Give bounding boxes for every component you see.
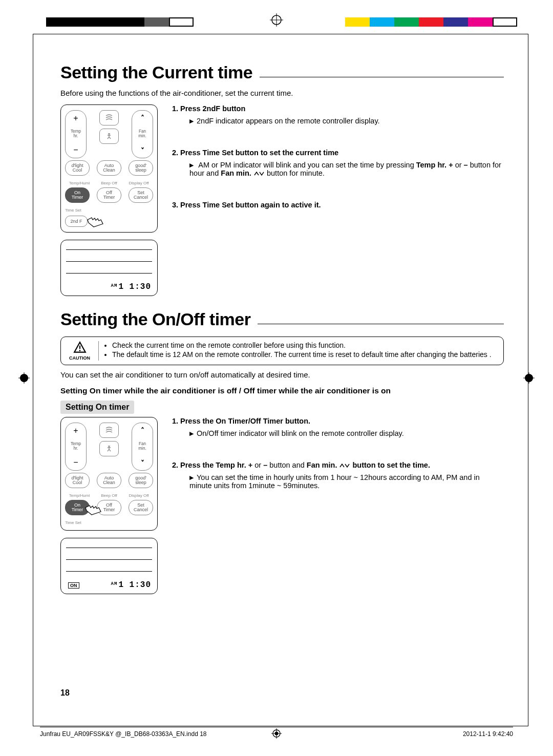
section2-steps: Press the On Timer/Off Timer button. On/… <box>169 417 504 490</box>
auto-clean-button: Auto Clean <box>97 160 121 176</box>
s2-step1-bullet: On/Off timer indicator will blink on the… <box>180 429 504 437</box>
display-clock-1: AM1 1:30 <box>111 282 151 291</box>
page-number: 18 <box>60 688 70 698</box>
2ndf-button: 2nd F <box>65 216 88 227</box>
heading-setting-on-off-timer: Setting the On/Off timer <box>60 309 250 329</box>
up-icon: ˄ <box>141 114 144 122</box>
registration-mark-bottom <box>271 728 282 739</box>
footer-file: Junfrau EU_AR09FSSK&Y @_IB_DB68-03363A_E… <box>40 730 207 738</box>
temp-hr-button-2: + Temp hr. − <box>65 423 87 471</box>
minus-icon: − <box>73 458 78 467</box>
up-down-arrows-icon-2 <box>339 461 350 469</box>
caution-box: CAUTION Check the current time on the re… <box>60 337 504 365</box>
s2-step2-bullet: You can set the time in hourly units fro… <box>180 473 504 490</box>
display-clock-2: AM1 1:30 <box>111 580 151 590</box>
off-timer-button-2: Off Timer <box>97 500 121 515</box>
step1-bullet: 2ndF indicator appears on the remote con… <box>180 117 504 125</box>
mode-button-2 <box>99 441 119 456</box>
section1-steps: Press 2ndF button 2ndF indicator appears… <box>169 104 504 209</box>
section1-intro: Before using the functions of the air-co… <box>60 89 504 97</box>
on-timer-button-2: On Timer <box>65 500 90 515</box>
remote-display-2: ON AM1 1:30 <box>60 538 158 594</box>
fan-min-button-2: ˄ Fan min. ˅ <box>132 423 153 471</box>
down-icon: ˅ <box>141 146 144 155</box>
print-colorbar-right <box>345 17 517 27</box>
remote-illustration-1: + Temp hr. − ˄ Fan min. <box>60 104 158 233</box>
on-indicator: ON <box>68 582 79 589</box>
page-content: Setting the Current time Before using th… <box>60 62 504 695</box>
heading-rule-2 <box>258 324 504 324</box>
fan-min-label: Fan min. <box>138 130 146 138</box>
person-icon <box>105 445 113 453</box>
person-icon <box>105 132 113 140</box>
up-icon: ˄ <box>141 426 144 434</box>
set-cancel-button-2: Set Cancel <box>129 500 153 515</box>
heading-setting-current-time: Setting the Current time <box>60 62 252 82</box>
section2-sub-heading: Setting On timer while the air condition… <box>60 386 504 395</box>
plus-icon: + <box>73 426 78 435</box>
off-timer-button: Off Timer <box>97 187 121 203</box>
auto-clean-button-2: Auto Clean <box>97 473 121 488</box>
footer-date: 2012-11-1 9:42:40 <box>463 730 513 738</box>
footer: Junfrau EU_AR09FSSK&Y @_IB_DB68-03363A_E… <box>40 727 513 738</box>
swing-icon <box>104 427 114 434</box>
plus-icon: + <box>73 114 78 123</box>
mode-button <box>99 129 119 144</box>
fan-min-button: ˄ Fan min. ˅ <box>132 110 153 158</box>
remote-illustration-2: + Temp hr. − ˄ Fan min. ˅ d'lig <box>60 417 158 531</box>
swing-icon <box>104 114 114 121</box>
print-colorbar-left <box>46 17 194 27</box>
caution-item-2: The default time is 12 AM on the remote … <box>112 350 492 359</box>
step-2: Press Time Set button to set the current… <box>180 149 504 177</box>
swing-button <box>99 110 119 125</box>
caution-icon: CAUTION <box>65 341 99 361</box>
display-off-label: Display Off <box>124 181 153 185</box>
remote-display-1: AM1 1:30 <box>60 240 158 296</box>
minus-icon: − <box>73 145 78 155</box>
down-icon: ˅ <box>141 459 144 467</box>
dlight-cool-button: d'light Cool <box>65 160 90 176</box>
section2-intro: You can set the air conditioner to turn … <box>60 370 504 379</box>
temp-hr-label: Temp hr. <box>71 130 81 138</box>
registration-mark-left <box>18 372 30 384</box>
swing-button-2 <box>99 423 119 438</box>
step-1: Press 2ndF button 2ndF indicator appears… <box>180 104 504 125</box>
s2-step-1: Press the On Timer/Off Timer button. On/… <box>180 417 504 437</box>
set-cancel-button: Set Cancel <box>129 187 153 203</box>
heading-rule <box>260 77 504 77</box>
temp-humi-label: Temp/Humi <box>65 181 94 185</box>
good-sleep-button-2: good' sleep <box>129 473 153 488</box>
caution-list: Check the current time on the remote con… <box>104 341 492 361</box>
up-down-arrows-icon <box>253 169 265 177</box>
pointer-hand-icon <box>86 216 106 229</box>
beep-off-label: Beep Off <box>95 181 123 185</box>
svg-point-10 <box>79 350 80 351</box>
good-sleep-button: good' sleep <box>129 160 153 176</box>
time-set-label: Time Set <box>65 208 81 213</box>
s2-step-2: Press the Temp hr. + or – button and Fan… <box>180 461 504 490</box>
caution-item-1: Check the current time on the remote con… <box>112 341 492 349</box>
setting-on-timer-tag: Setting On timer <box>60 401 134 414</box>
on-timer-button: On Timer <box>65 187 90 203</box>
temp-hr-button: + Temp hr. − <box>65 110 87 158</box>
dlight-cool-button-2: d'light Cool <box>65 473 90 488</box>
step-3: Press Time Set button again to active it… <box>180 201 504 209</box>
registration-mark-top <box>270 13 283 27</box>
step2-bullet: AM or PM indicator will blink and you ca… <box>180 161 504 177</box>
